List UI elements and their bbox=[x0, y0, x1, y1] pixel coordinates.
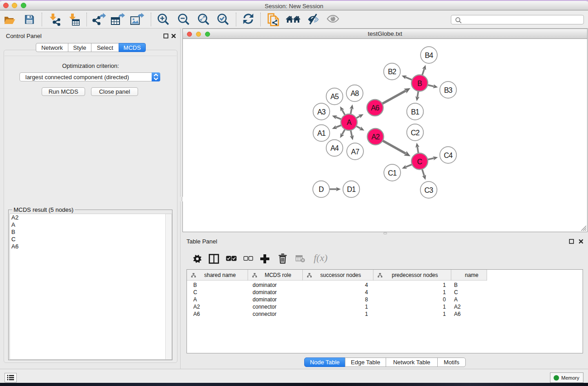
svg-text:C: C bbox=[417, 158, 422, 166]
svg-text:A: A bbox=[347, 119, 352, 126]
svg-text:B: B bbox=[417, 80, 422, 87]
svg-text:A6: A6 bbox=[371, 104, 380, 112]
svg-text:A4: A4 bbox=[330, 144, 339, 152]
svg-text:B4: B4 bbox=[425, 52, 434, 59]
svg-text:C3: C3 bbox=[425, 186, 434, 194]
svg-text:D: D bbox=[319, 186, 324, 193]
svg-text:B2: B2 bbox=[388, 68, 397, 76]
svg-text:A7: A7 bbox=[351, 148, 360, 156]
svg-text:D1: D1 bbox=[347, 186, 356, 193]
svg-text:A8: A8 bbox=[351, 90, 359, 97]
svg-text:B3: B3 bbox=[444, 86, 453, 94]
svg-text:A2: A2 bbox=[372, 133, 380, 141]
svg-text:C2: C2 bbox=[411, 129, 420, 137]
svg-text:A3: A3 bbox=[317, 108, 326, 116]
svg-text:C4: C4 bbox=[444, 152, 453, 159]
svg-text:A1: A1 bbox=[317, 129, 326, 137]
svg-text:B1: B1 bbox=[411, 108, 420, 116]
svg-text:A5: A5 bbox=[330, 93, 339, 100]
svg-text:C1: C1 bbox=[388, 169, 397, 177]
